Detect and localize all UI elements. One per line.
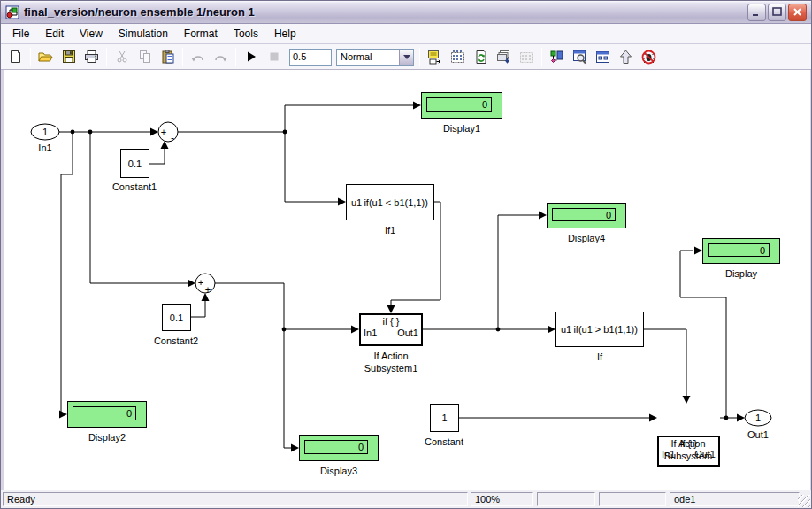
- no-debug-icon: [641, 50, 656, 65]
- if-action-subsystem1-label: If Action Subsystem1: [338, 350, 444, 374]
- close-button[interactable]: [788, 4, 807, 21]
- menu-view[interactable]: View: [72, 25, 111, 42]
- title-bar[interactable]: final_version/neuron ensemble 1/neuron 1: [1, 1, 811, 24]
- yellow-panel-block-icon: [427, 50, 442, 65]
- toolbar-separator: [182, 48, 183, 66]
- if1-expression: if(u1 < b1(1,1)): [362, 197, 433, 208]
- display4-block[interactable]: 0: [547, 203, 626, 228]
- update-diagram-button[interactable]: [470, 46, 492, 67]
- stop-simulation-button[interactable]: [263, 46, 285, 67]
- toolbar: Normal: [1, 44, 811, 70]
- simulation-diagnostics-button[interactable]: [493, 46, 515, 67]
- undo-arrow-icon: [190, 50, 205, 64]
- if1-label: If1: [337, 224, 443, 236]
- in1-label: In1: [0, 142, 98, 154]
- solver-name: ode1: [670, 492, 800, 506]
- debugger-button[interactable]: [638, 46, 660, 67]
- open-button[interactable]: [34, 46, 57, 67]
- display3-value: 0: [304, 440, 368, 454]
- minimize-icon: [752, 7, 762, 17]
- subsystem1-label-line1: If Action: [338, 350, 444, 362]
- display3-block[interactable]: 0: [299, 435, 379, 461]
- cut-button[interactable]: [111, 46, 133, 67]
- go-to-parent-button[interactable]: [615, 46, 637, 67]
- start-simulation-button[interactable]: [240, 46, 262, 67]
- stop-time-input[interactable]: [289, 49, 332, 66]
- if-expression: if(u1 > b1(1,1)): [571, 324, 643, 335]
- play-icon: [245, 50, 257, 63]
- window-magnifier-icon: [572, 50, 587, 65]
- simulink-model-window: final_version/neuron ensemble 1/neuron 1…: [0, 0, 812, 509]
- paste-button[interactable]: [157, 46, 179, 67]
- chevron-down-icon: [403, 55, 410, 63]
- display2-label: Display2: [54, 431, 160, 443]
- outport-block-out1[interactable]: 1: [745, 410, 771, 426]
- constant-block[interactable]: 1: [430, 404, 459, 432]
- save-button[interactable]: [57, 46, 80, 67]
- menu-format[interactable]: Format: [176, 25, 226, 42]
- menu-edit[interactable]: Edit: [37, 25, 72, 42]
- if-action-subsystem1-block[interactable]: if { } In1 Out1: [359, 313, 423, 346]
- resize-grip[interactable]: [798, 495, 810, 507]
- constant-label: Constant: [391, 436, 497, 448]
- sum1-sign-minus: -: [171, 132, 174, 144]
- build-button[interactable]: [447, 46, 469, 67]
- if-block[interactable]: u1 if(u1 > b1(1,1)): [555, 312, 644, 347]
- copy-button[interactable]: [134, 46, 156, 67]
- redo-arrow-icon: [213, 50, 228, 64]
- toolbar-separator: [541, 48, 542, 66]
- stacked-layers-icon: [496, 50, 511, 65]
- toolbar-separator: [235, 48, 236, 66]
- model-explorer-button[interactable]: [592, 46, 614, 67]
- menu-file[interactable]: File: [4, 25, 37, 42]
- display1-block[interactable]: 0: [421, 92, 502, 119]
- simulation-mode-value: Normal: [337, 51, 399, 62]
- paste-clipboard-icon: [161, 50, 175, 64]
- inport-block-in1[interactable]: 1: [31, 124, 59, 140]
- open-folder-icon: [38, 50, 53, 65]
- simulation-mode-select[interactable]: Normal: [336, 49, 414, 66]
- constant2-block[interactable]: 0.1: [162, 304, 191, 331]
- combo-dropdown-button[interactable]: [399, 50, 413, 65]
- new-file-button[interactable]: [4, 46, 27, 67]
- undo-button[interactable]: [187, 46, 209, 67]
- display-label: Display: [688, 267, 794, 280]
- model-browser-button[interactable]: [569, 46, 591, 67]
- save-floppy-icon: [62, 50, 76, 64]
- cut-scissors-icon: [115, 50, 129, 64]
- redo-button[interactable]: [210, 46, 232, 67]
- subsystem1-label-line2: Subsystem1: [338, 362, 444, 374]
- toolbar-separator: [30, 48, 31, 66]
- status-panel-3: [537, 492, 595, 506]
- constant1-block[interactable]: 0.1: [120, 149, 149, 178]
- print-button[interactable]: [80, 46, 103, 67]
- constant1-label: Constant1: [81, 181, 188, 193]
- display2-block[interactable]: 0: [67, 401, 147, 428]
- constant2-label: Constant2: [123, 335, 229, 347]
- status-panel-4: [599, 492, 666, 506]
- subsystem1-in1-port: In1: [364, 328, 377, 338]
- menu-simulation[interactable]: Simulation: [111, 25, 176, 42]
- menu-tools[interactable]: Tools: [226, 25, 266, 42]
- display-value: 0: [708, 243, 770, 257]
- toolbar-separator: [419, 48, 420, 66]
- new-file-icon: [9, 50, 23, 64]
- model-canvas[interactable]: [4, 70, 810, 491]
- library-browser-button[interactable]: [546, 46, 568, 67]
- toggle-model-browser-button[interactable]: [424, 46, 446, 67]
- build-all-button[interactable]: [516, 46, 538, 67]
- menu-help[interactable]: Help: [266, 25, 304, 42]
- subsystem1-out1-port: Out1: [397, 328, 418, 338]
- copy-icon: [138, 50, 152, 64]
- maximize-button[interactable]: [768, 4, 786, 21]
- if1-block[interactable]: u1 if(u1 < b1(1,1)): [346, 184, 434, 220]
- if-action-subsystem-label: If Action Subsystem: [635, 437, 741, 462]
- close-icon: [793, 7, 802, 17]
- minimize-button[interactable]: [747, 4, 766, 21]
- sum1-sign-plus: +: [161, 127, 166, 137]
- grid-disabled-icon: [519, 50, 534, 65]
- constant2-value: 0.1: [170, 312, 183, 323]
- display-block[interactable]: 0: [702, 238, 780, 264]
- sum2-sign-plus2: +: [205, 284, 211, 295]
- status-bar: Ready 100% ode1: [1, 490, 811, 508]
